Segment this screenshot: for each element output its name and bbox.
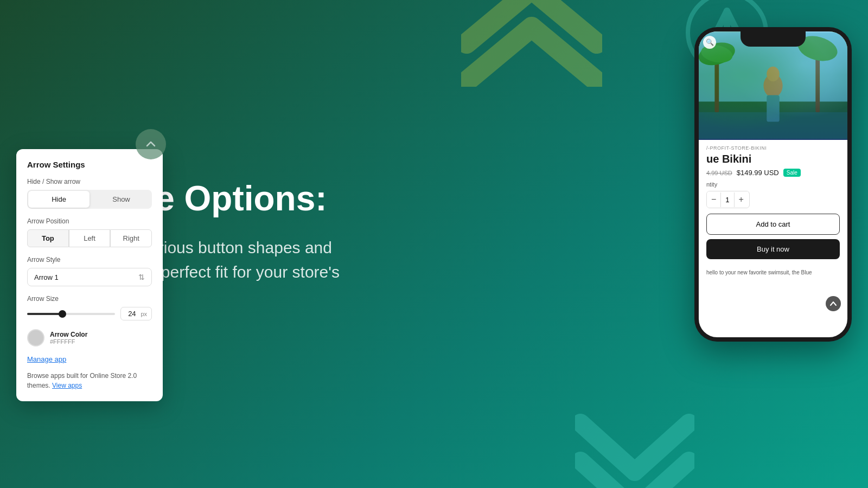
arrow-style-label: Arrow Style <box>27 256 152 264</box>
arrow-position-label: Arrow Position <box>27 217 152 225</box>
svg-point-12 <box>767 67 779 81</box>
quantity-increment[interactable]: + <box>735 191 748 208</box>
arrow-color-row: Arrow Color #FFFFFF <box>27 329 152 346</box>
color-hex: #FFFFFF <box>50 338 87 345</box>
size-input[interactable]: 24 px <box>120 307 152 320</box>
view-apps-link[interactable]: View apps <box>52 382 82 389</box>
position-top-button[interactable]: Top <box>27 229 69 247</box>
slider-fill <box>27 313 62 315</box>
product-details: /-PROFIT-STORE-BIKINI ue Bikini 4.99 USD… <box>699 140 847 269</box>
manage-app-link[interactable]: Manage app <box>27 355 152 363</box>
product-image: 🔍 <box>699 31 847 140</box>
browse-text: Browse apps built for Online Store 2.0 t… <box>27 371 152 390</box>
hide-show-toggle: Hide Show <box>27 190 152 209</box>
price-row: 4.99 USD $149.99 USD Sale <box>706 169 840 177</box>
scroll-top-button[interactable] <box>826 296 841 311</box>
settings-panel: Arrow Settings Hide / Show arrow Hide Sh… <box>16 149 163 401</box>
show-button[interactable]: Show <box>91 190 152 209</box>
bg-arrow-top-left-icon <box>461 0 602 87</box>
slider-track[interactable] <box>27 313 115 315</box>
product-image-svg <box>699 31 847 140</box>
color-info: Arrow Color #FFFFFF <box>50 331 87 345</box>
hide-show-label: Hide / Show arrow <box>27 178 152 185</box>
arrow-size-slider-row: 24 px <box>27 307 152 320</box>
arrow-position-toggle: Top Left Right <box>27 229 152 247</box>
slider-thumb[interactable] <box>59 310 66 318</box>
size-unit: px <box>141 311 147 317</box>
color-label: Arrow Color <box>50 331 87 338</box>
arrow-up-icon <box>144 138 157 151</box>
add-to-cart-button[interactable]: Add to cart <box>706 214 840 235</box>
color-swatch[interactable] <box>27 329 44 346</box>
scroll-up-preview-button[interactable] <box>136 129 166 159</box>
buy-now-button[interactable]: Buy it now <box>706 239 840 259</box>
price-old: 4.99 USD <box>706 170 732 176</box>
quantity-decrement[interactable]: − <box>707 191 720 208</box>
size-value: 24 <box>125 310 138 318</box>
scroll-top-icon <box>829 300 837 307</box>
hide-button[interactable]: Hide <box>28 191 90 208</box>
quantity-label: ntity <box>706 181 840 188</box>
price-new: $149.99 USD <box>737 169 779 177</box>
quantity-row[interactable]: − 1 + <box>706 191 750 208</box>
phone-screen: 🔍 /-PROFIT-STORE-BIKINI ue Bikini 4.99 U… <box>699 31 847 337</box>
phone-notch <box>741 31 806 47</box>
arrow-style-value: Arrow 1 <box>34 273 138 281</box>
phone-mockup: 🔍 /-PROFIT-STORE-BIKINI ue Bikini 4.99 U… <box>694 27 852 342</box>
product-description: hello to your new favorite swimsuit, the… <box>699 269 847 282</box>
quantity-value: 1 <box>720 192 734 207</box>
position-right-button[interactable]: Right <box>110 229 152 247</box>
panel-title: Arrow Settings <box>27 160 152 169</box>
select-arrows-icon: ⇅ <box>138 273 145 281</box>
product-name: ue Bikini <box>706 153 840 165</box>
arrow-style-select[interactable]: Arrow 1 ⇅ <box>27 268 152 286</box>
position-left-button[interactable]: Left <box>69 229 111 247</box>
store-name: /-PROFIT-STORE-BIKINI <box>706 145 840 151</box>
search-icon-phone[interactable]: 🔍 <box>703 36 716 49</box>
arrow-size-label: Arrow Size <box>27 295 152 303</box>
bg-arrow-bottom-icon <box>575 412 694 488</box>
sale-badge: Sale <box>783 169 801 177</box>
svg-rect-11 <box>767 95 779 122</box>
